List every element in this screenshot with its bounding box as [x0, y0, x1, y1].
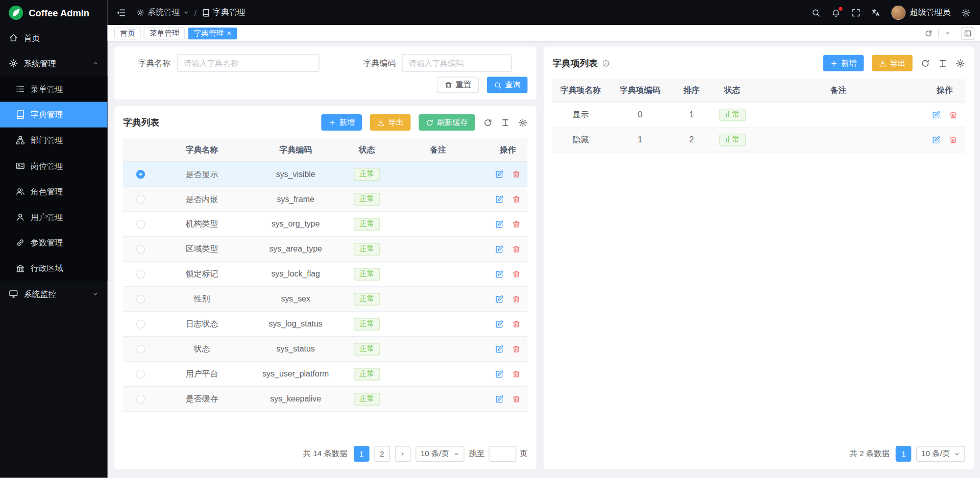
user-avatar[interactable]: [891, 5, 905, 19]
delete-icon[interactable]: [512, 369, 521, 378]
edit-icon[interactable]: [495, 319, 504, 328]
refresh-cache-button[interactable]: 刷新缓存: [419, 114, 475, 131]
search-icon[interactable]: [811, 8, 820, 17]
row-select-radio[interactable]: [136, 294, 145, 303]
delete-icon[interactable]: [512, 219, 521, 228]
column-settings-icon[interactable]: [938, 58, 947, 67]
edit-icon[interactable]: [495, 244, 504, 253]
sidebar-item-dict-mgmt[interactable]: 字典管理: [0, 102, 108, 128]
table-settings-gear-icon[interactable]: [518, 118, 527, 127]
tab-home[interactable]: 首页: [114, 27, 140, 39]
radio-cell: [123, 337, 158, 361]
row-select-radio[interactable]: [136, 169, 145, 178]
delete-icon[interactable]: [949, 110, 958, 119]
sidebar-item-dept-mgmt[interactable]: 部门管理: [0, 128, 108, 153]
edit-icon[interactable]: [932, 110, 941, 119]
sidebar-item-user-mgmt[interactable]: 用户管理: [0, 204, 108, 230]
sidebar-item-menu-mgmt[interactable]: 菜单管理: [0, 76, 108, 102]
edit-icon[interactable]: [495, 344, 504, 353]
edit-icon[interactable]: [932, 135, 941, 144]
refresh-icon[interactable]: [483, 118, 493, 127]
edit-icon[interactable]: [495, 194, 504, 203]
delete-icon[interactable]: [512, 344, 521, 353]
chevron-down-icon[interactable]: [939, 30, 956, 36]
sidebar-item-admin-region[interactable]: 行政区域: [0, 256, 108, 281]
sidebar-item-label: 行政区域: [31, 263, 63, 274]
table-row[interactable]: 是否内嵌 sys_frame 正常: [123, 187, 527, 212]
sidebar-item-home[interactable]: 首页: [0, 25, 108, 51]
table-row[interactable]: 是否显示 sys_visible 正常: [123, 162, 527, 187]
tab-dict-mgmt[interactable]: 字典管理×: [188, 27, 237, 39]
sidebar-item-post-mgmt[interactable]: 岗位管理: [0, 153, 108, 179]
table-row[interactable]: 机构类型 sys_org_type 正常: [123, 212, 527, 237]
edit-icon[interactable]: [495, 219, 504, 228]
fullscreen-icon[interactable]: [851, 8, 861, 17]
breadcrumb-parent[interactable]: 系统管理: [136, 7, 189, 18]
edit-icon[interactable]: [495, 169, 504, 178]
refresh-icon[interactable]: [919, 29, 938, 37]
row-select-radio[interactable]: [136, 269, 145, 278]
delete-icon[interactable]: [512, 394, 521, 403]
page-button-1[interactable]: 1: [354, 446, 370, 462]
query-button[interactable]: 查询: [487, 77, 528, 93]
column-settings-icon[interactable]: [501, 118, 510, 127]
page-size-select[interactable]: 10 条/页: [916, 446, 965, 462]
delete-icon[interactable]: [949, 135, 958, 144]
table-row[interactable]: 用户平台 sys_user_platform 正常: [123, 362, 527, 387]
table-settings-gear-icon[interactable]: [955, 58, 965, 67]
dict-code-input[interactable]: [402, 55, 512, 72]
table-row[interactable]: 区域类型 sys_area_type 正常: [123, 237, 527, 262]
delete-icon[interactable]: [512, 294, 521, 303]
username[interactable]: 超级管理员: [910, 7, 951, 18]
table-row[interactable]: 显示 0 1 正常: [552, 103, 965, 128]
next-page-button[interactable]: [395, 446, 410, 462]
info-icon[interactable]: [602, 59, 610, 67]
table-row[interactable]: 日志状态 sys_log_status 正常: [123, 312, 527, 337]
translate-icon[interactable]: [871, 8, 880, 17]
edit-icon[interactable]: [495, 294, 504, 303]
row-select-radio[interactable]: [136, 344, 145, 353]
radio-cell: [123, 287, 158, 311]
row-select-radio[interactable]: [136, 219, 145, 228]
edit-icon[interactable]: [495, 269, 504, 278]
table-row[interactable]: 锁定标记 sys_lock_flag 正常: [123, 262, 527, 287]
table-row[interactable]: 状态 sys_status 正常: [123, 337, 527, 362]
content-fullscreen-icon[interactable]: [961, 27, 974, 40]
delete-icon[interactable]: [512, 269, 521, 278]
dict-name-input[interactable]: [177, 55, 320, 72]
page-button-2[interactable]: 2: [374, 446, 390, 462]
row-select-radio[interactable]: [136, 394, 145, 403]
reset-button[interactable]: 重置: [437, 77, 479, 93]
sidebar-item-param-mgmt[interactable]: 参数管理: [0, 230, 108, 256]
menu-collapse-icon[interactable]: [116, 7, 127, 18]
add-button[interactable]: 新增: [823, 55, 864, 71]
delete-icon[interactable]: [512, 194, 521, 203]
sidebar-item-system-monitor[interactable]: 系统监控: [0, 281, 108, 307]
jump-page-input[interactable]: [488, 446, 516, 462]
delete-icon[interactable]: [512, 244, 521, 253]
delete-icon[interactable]: [512, 169, 521, 178]
row-select-radio[interactable]: [136, 194, 145, 203]
dict-code-cell: sys_area_type: [246, 237, 346, 261]
close-icon[interactable]: ×: [227, 30, 231, 37]
tab-menu-mgmt[interactable]: 菜单管理: [144, 27, 185, 39]
page-size-select[interactable]: 10 条/页: [415, 446, 464, 462]
sidebar-item-system-mgmt[interactable]: 系统管理: [0, 51, 108, 76]
edit-icon[interactable]: [495, 369, 504, 378]
row-select-radio[interactable]: [136, 244, 145, 253]
export-button[interactable]: 导出: [370, 114, 411, 131]
edit-icon[interactable]: [495, 394, 504, 403]
row-select-radio[interactable]: [136, 369, 145, 378]
row-select-radio[interactable]: [136, 319, 145, 328]
notification-bell-icon[interactable]: [831, 8, 841, 17]
page-button-1[interactable]: 1: [896, 446, 912, 462]
table-row[interactable]: 隐藏 1 2 正常: [552, 128, 965, 153]
settings-gear-icon[interactable]: [961, 8, 970, 17]
export-button[interactable]: 导出: [872, 55, 913, 71]
add-button[interactable]: 新增: [321, 114, 362, 131]
table-row[interactable]: 是否缓存 sys_keepalive 正常: [123, 387, 527, 412]
sidebar-item-role-mgmt[interactable]: 角色管理: [0, 179, 108, 204]
refresh-icon[interactable]: [921, 58, 930, 67]
delete-icon[interactable]: [512, 319, 521, 328]
table-row[interactable]: 性别 sys_sex 正常: [123, 287, 527, 312]
